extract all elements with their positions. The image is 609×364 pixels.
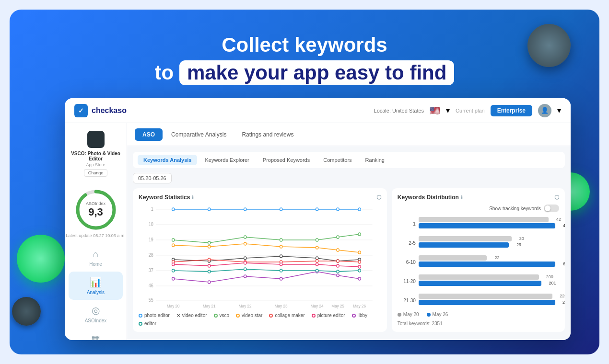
svg-point-23 xyxy=(172,208,175,211)
tab-ranking[interactable]: Ranking xyxy=(360,155,390,165)
user-avatar[interactable]: 👤 xyxy=(538,104,551,117)
legend-vsco: vsco xyxy=(214,313,230,318)
legend-editor: editor xyxy=(139,321,156,326)
decorative-blob-left-bottom xyxy=(12,297,41,326)
svg-point-51 xyxy=(172,263,175,266)
tab-proposed-keywords[interactable]: Proposed Keywords xyxy=(257,155,316,165)
distrib-label-2-5: 2-5 xyxy=(401,240,416,246)
distrib-row-21-30: 21-30 225 230 xyxy=(401,293,555,308)
svg-point-34 xyxy=(316,239,318,241)
svg-text:28: 28 xyxy=(149,252,153,258)
distrib-bars-1: 42 44 xyxy=(419,216,555,231)
distrib-row-2-5: 2-5 30 29 xyxy=(401,235,555,250)
legend-dot-video-star xyxy=(236,314,240,318)
svg-point-57 xyxy=(358,265,361,268)
aso-index-container: ASOIndex 9,3 Latest update 05.27 10:03 a… xyxy=(66,188,126,238)
tab-keywords-analysis[interactable]: Keywords Analysis xyxy=(138,155,197,165)
legend-picture-editor: picture editor xyxy=(312,313,345,318)
show-tracking-toggle[interactable] xyxy=(544,205,559,212)
svg-text:10: 10 xyxy=(149,222,153,228)
keywords-distrib-export-icon[interactable]: ⬡ xyxy=(554,194,559,201)
svg-point-65 xyxy=(172,277,175,280)
legend-photo-editor: photo editor xyxy=(139,313,170,318)
tab-keywords-explorer[interactable]: Keywords Explorer xyxy=(199,155,255,165)
tab-comparative[interactable]: Comparative Analysis xyxy=(164,128,233,141)
keyword-stats-export-icon[interactable]: ⬡ xyxy=(376,194,381,201)
plan-label: Current plan xyxy=(456,108,485,114)
keyword-statistics-card: Keyword Statistics ℹ ⬡ xyxy=(133,188,387,332)
app-info: VSCO: Photo & Video Editor App Store Cha… xyxy=(65,131,127,177)
main-content: VSCO: Photo & Video Editor App Store Cha… xyxy=(65,123,571,340)
svg-point-32 xyxy=(244,236,246,239)
sidebar-item-asoeditor[interactable]: ▦ ASO editor new xyxy=(65,328,127,340)
app-store-badge: App Store xyxy=(86,162,105,167)
sidebar: VSCO: Photo & Video Editor App Store Cha… xyxy=(65,123,127,340)
legend-dot-photo-editor xyxy=(139,314,142,318)
distrib-legend: May 20 May 26 xyxy=(398,312,559,317)
logo-text: checkaso xyxy=(92,106,127,115)
svg-point-48 xyxy=(316,260,318,262)
sidebar-label-analysis: Analysis xyxy=(87,290,105,295)
svg-point-39 xyxy=(244,257,246,260)
svg-point-45 xyxy=(208,258,211,261)
svg-text:May 22: May 22 xyxy=(239,304,252,308)
hero-subtitle-highlight: make your app easy to find xyxy=(179,60,455,85)
svg-point-67 xyxy=(244,275,246,278)
right-panel: ASO Comparative Analysis Ratings and rev… xyxy=(127,123,571,340)
svg-point-29 xyxy=(358,208,361,211)
top-navbar: ✓ checkaso Locale: United States 🇺🇸 ▾ Cu… xyxy=(65,98,571,123)
svg-point-50 xyxy=(358,261,361,263)
svg-text:1: 1 xyxy=(151,206,153,212)
svg-point-59 xyxy=(208,245,211,248)
svg-point-72 xyxy=(172,269,175,272)
svg-point-70 xyxy=(337,274,339,277)
distrib-row-1: 1 42 44 xyxy=(401,216,555,231)
distrib-bars-21-30: 225 230 xyxy=(419,293,555,308)
analysis-icon: 📊 xyxy=(90,276,102,288)
sidebar-item-asoindex[interactable]: ◎ ASOIndex xyxy=(65,300,127,328)
svg-point-41 xyxy=(316,257,318,260)
main-background: Collect keywords to make your app easy t… xyxy=(10,10,599,354)
keywords-distrib-title: Keywords Distribution ℹ ⬡ xyxy=(398,194,559,201)
svg-point-77 xyxy=(337,270,339,273)
legend-video-star: video star xyxy=(236,313,262,318)
svg-text:May 23: May 23 xyxy=(275,304,288,308)
distrib-label-1: 1 xyxy=(401,221,416,227)
tab-ratings[interactable]: Ratings and reviews xyxy=(235,128,300,141)
flag-icon: 🇺🇸 xyxy=(430,105,440,116)
keyword-stats-chart: 1 10 19 28 37 46 55 May 20 May 21 xyxy=(139,205,381,310)
hero-subtitle: to make your app easy to find xyxy=(10,60,599,85)
change-app-button[interactable]: Change xyxy=(84,169,108,177)
tab-aso[interactable]: ASO xyxy=(135,128,163,141)
distrib-bars-11-20: 200 201 xyxy=(419,273,555,289)
svg-point-26 xyxy=(280,208,282,211)
keyword-stats-legend: photo editor ✕ video editor xyxy=(139,313,381,326)
enterprise-plan-button[interactable]: Enterprise xyxy=(491,105,532,116)
svg-text:46: 46 xyxy=(149,283,153,289)
sidebar-item-home[interactable]: ⌂ Home xyxy=(65,244,127,272)
svg-point-75 xyxy=(280,269,282,272)
navbar-chevron[interactable]: ▾ xyxy=(446,106,450,115)
sidebar-label-asoindex: ASOIndex xyxy=(85,318,107,323)
date-filter[interactable]: 05.20-05.26 xyxy=(133,173,172,183)
svg-point-54 xyxy=(280,263,282,266)
legend-video-editor: ✕ video editor xyxy=(176,313,207,318)
svg-point-24 xyxy=(208,208,211,211)
hero-section: Collect keywords to make your app easy t… xyxy=(10,34,599,85)
tab-competitors[interactable]: Competitors xyxy=(317,155,357,165)
sidebar-item-analysis[interactable]: 📊 Analysis xyxy=(69,272,123,300)
app-window: ✓ checkaso Locale: United States 🇺🇸 ▾ Cu… xyxy=(65,98,571,340)
app-icon xyxy=(87,131,105,148)
svg-point-52 xyxy=(208,264,211,267)
svg-point-58 xyxy=(172,244,175,247)
distrib-bars-6-10: 22 66 xyxy=(419,254,555,270)
distrib-row-6-10: 6-10 22 66 xyxy=(401,254,555,270)
svg-point-62 xyxy=(316,246,318,249)
svg-point-56 xyxy=(337,264,339,267)
aso-label: ASOIndex xyxy=(86,201,105,206)
svg-point-30 xyxy=(172,239,175,241)
content-area: Keywords Analysis Keywords Explorer Prop… xyxy=(127,146,571,340)
avatar-chevron[interactable]: ▾ xyxy=(557,106,561,115)
aso-score: 9,3 xyxy=(86,206,105,218)
svg-text:May 20: May 20 xyxy=(167,304,180,308)
